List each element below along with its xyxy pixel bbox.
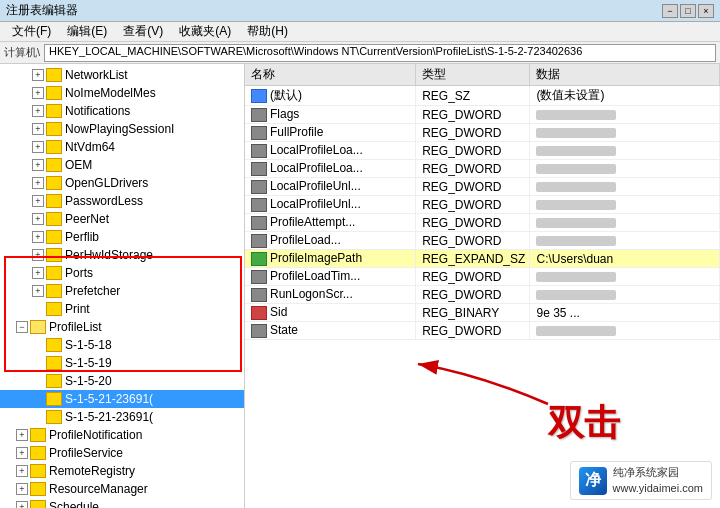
tree-expand-icon[interactable]: + xyxy=(16,483,28,495)
table-row[interactable]: LocalProfileUnl...REG_DWORD xyxy=(245,196,720,214)
blurred-value xyxy=(536,200,616,210)
blurred-value xyxy=(536,326,616,336)
tree-item-ntvdm64[interactable]: +NtVdm64 xyxy=(0,138,244,156)
tree-expand-icon[interactable]: + xyxy=(32,177,44,189)
menu-item[interactable]: 查看(V) xyxy=(115,21,171,42)
tree-item-perhwidstorage[interactable]: +PerHwIdStorage xyxy=(0,246,244,264)
table-row[interactable]: LocalProfileLoa...REG_DWORD xyxy=(245,142,720,160)
tree-item-perflib[interactable]: +Perflib xyxy=(0,228,244,246)
tree-item-resourcemanager[interactable]: +ResourceManager xyxy=(0,480,244,498)
tree-item-peernet[interactable]: +PeerNet xyxy=(0,210,244,228)
reg-name: LocalProfileLoa... xyxy=(270,161,363,175)
tree-expand-icon[interactable]: + xyxy=(16,429,28,441)
table-row[interactable]: ProfileLoad...REG_DWORD xyxy=(245,232,720,250)
tree-item-passwordless[interactable]: +PasswordLess xyxy=(0,192,244,210)
tree-item-print[interactable]: Print xyxy=(0,300,244,318)
table-row[interactable]: ProfileLoadTim...REG_DWORD xyxy=(245,268,720,286)
tree-panel[interactable]: +NetworkList+NoImeModelMes+Notifications… xyxy=(0,64,245,508)
tree-expand-icon[interactable]: + xyxy=(32,123,44,135)
table-row[interactable]: SidREG_BINARY9e 35 ... xyxy=(245,304,720,322)
tree-item-label: OEM xyxy=(65,158,92,172)
tree-item-networklist[interactable]: +NetworkList xyxy=(0,66,244,84)
reg-name: RunLogonScr... xyxy=(270,287,353,301)
table-row[interactable]: StateREG_DWORD xyxy=(245,322,720,340)
table-row[interactable]: LocalProfileLoa...REG_DWORD xyxy=(245,160,720,178)
cell-name: LocalProfileLoa... xyxy=(245,160,416,178)
tree-item-s-1-5-20[interactable]: S-1-5-20 xyxy=(0,372,244,390)
reg-icon xyxy=(251,252,267,266)
tree-expand-icon[interactable]: + xyxy=(32,213,44,225)
cell-name: Flags xyxy=(245,106,416,124)
tree-expand-icon[interactable]: + xyxy=(16,465,28,477)
tree-expand-icon[interactable]: + xyxy=(32,285,44,297)
menu-item[interactable]: 编辑(E) xyxy=(59,21,115,42)
table-row[interactable]: (默认)REG_SZ(数值未设置) xyxy=(245,86,720,106)
tree-item-prefetcher[interactable]: +Prefetcher xyxy=(0,282,244,300)
cell-data xyxy=(530,178,720,196)
tree-item-nowplayingsessioni[interactable]: +NowPlayingSessionI xyxy=(0,120,244,138)
cell-type: REG_DWORD xyxy=(416,178,530,196)
tree-expand-icon[interactable]: + xyxy=(32,105,44,117)
tree-item-ports[interactable]: +Ports xyxy=(0,264,244,282)
menu-item[interactable]: 帮助(H) xyxy=(239,21,296,42)
folder-icon xyxy=(30,500,46,508)
tree-item-label: PeerNet xyxy=(65,212,109,226)
tree-expand-icon[interactable]: + xyxy=(32,195,44,207)
menu-item[interactable]: 收藏夹(A) xyxy=(171,21,239,42)
tree-item-remoteregistry[interactable]: +RemoteRegistry xyxy=(0,462,244,480)
tree-expand-icon[interactable]: + xyxy=(32,87,44,99)
address-input[interactable]: HKEY_LOCAL_MACHINE\SOFTWARE\Microsoft\Wi… xyxy=(44,44,716,62)
cell-type: REG_DWORD xyxy=(416,268,530,286)
tree-item-profilelist[interactable]: −ProfileList xyxy=(0,318,244,336)
menu-item[interactable]: 文件(F) xyxy=(4,21,59,42)
cell-data xyxy=(530,286,720,304)
folder-icon xyxy=(46,122,62,136)
tree-item-label: S-1-5-21-23691( xyxy=(65,410,153,424)
reg-name: LocalProfileUnl... xyxy=(270,179,361,193)
tree-item-label: Perflib xyxy=(65,230,99,244)
tree-item-notifications[interactable]: +Notifications xyxy=(0,102,244,120)
folder-icon xyxy=(46,140,62,154)
tree-item-s-1-5-21-23691a[interactable]: S-1-5-21-23691( xyxy=(0,390,244,408)
folder-icon xyxy=(30,482,46,496)
tree-item-s-1-5-18[interactable]: S-1-5-18 xyxy=(0,336,244,354)
tree-item-schedule[interactable]: +Schedule xyxy=(0,498,244,508)
watermark-site: 纯净系统家园 xyxy=(613,465,703,480)
cell-type: REG_DWORD xyxy=(416,142,530,160)
close-button[interactable]: × xyxy=(698,4,714,18)
table-row[interactable]: FlagsREG_DWORD xyxy=(245,106,720,124)
tree-expand-icon[interactable]: + xyxy=(32,141,44,153)
cell-type: REG_DWORD xyxy=(416,214,530,232)
folder-icon xyxy=(30,446,46,460)
tree-expand-icon[interactable]: + xyxy=(16,447,28,459)
watermark-url: www.yidaimei.com xyxy=(613,481,703,496)
tree-expand-icon[interactable]: + xyxy=(32,69,44,81)
table-row[interactable]: ProfileImagePathREG_EXPAND_SZC:\Users\du… xyxy=(245,250,720,268)
tree-expand-icon[interactable]: + xyxy=(32,159,44,171)
cell-name: (默认) xyxy=(245,86,416,106)
tree-item-profileservice[interactable]: +ProfileService xyxy=(0,444,244,462)
blurred-value xyxy=(536,128,616,138)
tree-expand-icon[interactable]: + xyxy=(32,249,44,261)
tree-expand-icon[interactable]: + xyxy=(32,231,44,243)
table-row[interactable]: ProfileAttempt...REG_DWORD xyxy=(245,214,720,232)
tree-item-opengldrivers[interactable]: +OpenGLDrivers xyxy=(0,174,244,192)
table-row[interactable]: RunLogonScr...REG_DWORD xyxy=(245,286,720,304)
reg-name: ProfileLoad... xyxy=(270,233,341,247)
tree-expand-icon[interactable]: − xyxy=(16,321,28,333)
tree-item-oem[interactable]: +OEM xyxy=(0,156,244,174)
tree-item-s-1-5-19[interactable]: S-1-5-19 xyxy=(0,354,244,372)
tree-item-s-1-5-21-23691b[interactable]: S-1-5-21-23691( xyxy=(0,408,244,426)
minimize-button[interactable]: − xyxy=(662,4,678,18)
right-panel: 名称 类型 数据 (默认)REG_SZ(数值未设置)FlagsREG_DWORD… xyxy=(245,64,720,508)
cell-data xyxy=(530,214,720,232)
blurred-value xyxy=(536,272,616,282)
tree-expand-icon[interactable]: + xyxy=(16,501,28,508)
maximize-button[interactable]: □ xyxy=(680,4,696,18)
table-row[interactable]: FullProfileREG_DWORD xyxy=(245,124,720,142)
table-row[interactable]: LocalProfileUnl...REG_DWORD xyxy=(245,178,720,196)
tree-expand-icon[interactable]: + xyxy=(32,267,44,279)
tree-item-profilenotification[interactable]: +ProfileNotification xyxy=(0,426,244,444)
cell-type: REG_SZ xyxy=(416,86,530,106)
tree-item-noimemodelmes[interactable]: +NoImeModelMes xyxy=(0,84,244,102)
